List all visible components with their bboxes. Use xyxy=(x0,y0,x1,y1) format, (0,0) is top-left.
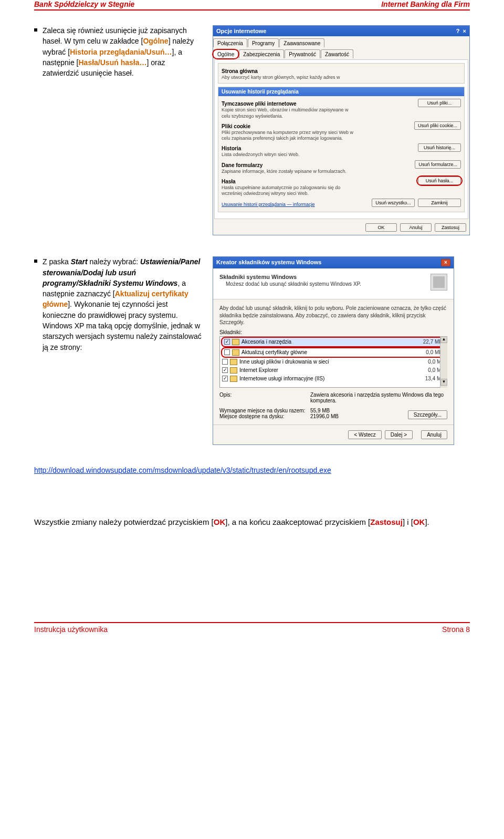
btn-zamknij[interactable]: Zamknij xyxy=(418,199,461,207)
bullet-marker-2 xyxy=(34,260,37,263)
btn-usun-pliki[interactable]: Usuń pliki... xyxy=(418,99,461,107)
btn-szczegoly[interactable]: Szczegóły... xyxy=(408,410,447,419)
bullet-1-text: Zaleca się również usunięcie już zapisan… xyxy=(43,25,202,78)
tab-programy[interactable]: Programy xyxy=(248,38,279,47)
home-label: Strona główna xyxy=(222,68,461,74)
ie-icon xyxy=(230,367,237,374)
list-item: ✓ Internetowe usługi informacyjne (IIS) … xyxy=(220,375,447,383)
btn-usun-historie[interactable]: Usuń historię... xyxy=(418,143,461,152)
hl-ok-2: OK xyxy=(413,517,425,526)
scrollbar[interactable]: ▲ ▼ xyxy=(440,336,447,388)
wizard-footer: < Wstecz Dalej > Anuluj xyxy=(213,425,454,444)
s3-d: Lista odwiedzonych witryn sieci Web. xyxy=(222,152,299,158)
s3-h: Historia xyxy=(222,146,299,151)
close-icon[interactable]: × xyxy=(463,28,466,34)
s5-h: Hasła xyxy=(222,179,358,184)
tab-zawartosc[interactable]: Zawartość xyxy=(321,49,353,58)
components-label: Składniki: xyxy=(219,329,447,335)
folder-icon xyxy=(232,339,239,345)
list-item: Aktualizuj certyfikaty główne 0,0 MB xyxy=(221,347,446,358)
hl-ogolne: Ogólne xyxy=(143,37,168,45)
s2-h: Pliki cookie xyxy=(222,123,358,129)
btn-anuluj[interactable]: Anuluj xyxy=(400,223,432,232)
list-item: ✓ Internet Explorer 0,0 MB xyxy=(220,366,447,375)
row-2: Z paska Start należy wybrać: Ustawienia/… xyxy=(34,256,470,445)
close-icon[interactable]: × xyxy=(441,259,450,266)
page-header: Bank Spółdzielczy w Stegnie Internet Ban… xyxy=(34,0,470,11)
btn-dalej[interactable]: Dalej > xyxy=(385,430,413,439)
dialog-titlebar: Opcje internetowe ? × xyxy=(213,26,469,36)
btn-usun-hasla[interactable]: Usuń hasła... xyxy=(418,177,461,185)
btn-usun-formularze[interactable]: Usuń formularze... xyxy=(415,160,461,169)
btn-ok[interactable]: OK xyxy=(365,223,397,232)
group-title: Usuwanie historii przeglądania xyxy=(218,87,464,96)
final-note: Wszystkie zmiany należy potwierdzać przy… xyxy=(34,516,470,527)
group-usuwanie-historii: Usuwanie historii przeglądania Tymczasow… xyxy=(218,87,465,212)
home-desc: Aby utworzyć karty stron głównych, wpisz… xyxy=(222,75,358,80)
link-informacje[interactable]: Usuwanie historii przeglądania — informa… xyxy=(222,202,315,207)
desc-key: Opis: xyxy=(219,392,306,403)
group-strona-glowna: Strona główna Aby utworzyć karty stron g… xyxy=(218,63,465,84)
bullet-1: Zaleca się również usunięcie już zapisan… xyxy=(34,25,202,78)
list-item: Inne usługi plików i drukowania w sieci … xyxy=(220,358,447,366)
s2-d: Pliki przechowywane na komputerze przez … xyxy=(222,130,358,142)
wizard-dialog: Kreator składników systemu Windows × Skł… xyxy=(213,256,454,445)
header-left: Bank Spółdzielczy w Stegnie xyxy=(34,0,134,8)
hl-zastosuj: Zastosuj xyxy=(370,517,403,526)
folder-icon xyxy=(230,359,237,365)
tab-zabezpieczenia[interactable]: Zabezpieczenia xyxy=(239,49,284,58)
btn-anuluj-2[interactable]: Anuluj xyxy=(421,430,447,439)
req-key: Wymagane miejsce na dysku razem: xyxy=(219,408,306,413)
row-1: Zaleca się również usunięcie już zapisan… xyxy=(34,25,470,235)
components-listbox[interactable]: ✓ Akcesoria i narzędzia 22,7 MB Aktualiz… xyxy=(219,336,447,388)
chevron-down-icon[interactable]: ▼ xyxy=(440,379,447,386)
desc-val: Zawiera akcesoria i narzędzia systemu Wi… xyxy=(310,392,447,403)
checkbox-icon[interactable]: ✓ xyxy=(224,339,230,345)
tabs-row2: Połączenia Programy Zaawansowane xyxy=(213,36,469,47)
checkbox-icon[interactable]: ✓ xyxy=(222,367,228,373)
tab-ogolne[interactable]: Ogólne xyxy=(213,49,238,58)
wizard-heading: Składniki systemu Windows xyxy=(219,274,425,280)
hl-ok-1: OK xyxy=(214,517,226,526)
setup-icon xyxy=(430,274,447,291)
req-val: 55,9 MB xyxy=(310,408,330,413)
s4-h: Dane formularzy xyxy=(222,162,346,168)
start-btn-ref: Start xyxy=(71,257,88,266)
btn-usun-wszystko[interactable]: Usuń wszystko... xyxy=(372,199,415,207)
help-icon[interactable]: ? xyxy=(456,28,460,34)
iis-icon xyxy=(230,376,237,382)
free-val: 21996,0 MB xyxy=(310,413,339,419)
btn-usun-cookie[interactable]: Usuń pliki cookie... xyxy=(414,121,461,130)
download-link[interactable]: http://download.windowsupdate.com/msdown… xyxy=(34,466,331,474)
footer-right: Strona 8 xyxy=(442,625,470,634)
wizard-title: Kreator składników systemu Windows xyxy=(216,259,321,266)
page-footer: Instrukcja użytkownika Strona 8 xyxy=(34,622,470,634)
ie-options-dialog: Opcje internetowe ? × Połączenia Program… xyxy=(213,25,470,235)
wizard-para: Aby dodać lub usunąć składnik, kliknij t… xyxy=(219,305,447,326)
list-item: ✓ Akcesoria i narzędzia 22,7 MB xyxy=(221,337,446,347)
checkbox-icon[interactable]: ✓ xyxy=(222,376,228,381)
cert-icon xyxy=(232,349,239,356)
wizard-sub: Możesz dodać lub usunąć składniki system… xyxy=(226,281,425,287)
tab-zaawansowane[interactable]: Zaawansowane xyxy=(279,38,324,47)
checkbox-icon[interactable] xyxy=(222,359,228,365)
wizard-titlebar: Kreator składników systemu Windows × xyxy=(213,257,454,268)
footer-left: Instrukcja użytkownika xyxy=(34,625,108,634)
hl-historia: Historia przeglądania/Usuń… xyxy=(70,48,172,56)
dialog-footer: OK Anuluj Zastosuj xyxy=(213,220,469,235)
btn-zastosuj[interactable]: Zastosuj xyxy=(435,223,466,232)
free-key: Miejsce dostępne na dysku: xyxy=(219,413,306,419)
chevron-up-icon[interactable]: ▲ xyxy=(440,336,447,343)
tabs-row1: Ogólne Zabezpieczenia Prywatność Zawarto… xyxy=(213,47,469,58)
dialog-title: Opcje internetowe xyxy=(216,28,266,34)
tab-polaczenia[interactable]: Połączenia xyxy=(213,38,247,47)
tab-prywatnosc[interactable]: Prywatność xyxy=(285,49,320,58)
btn-wstecz[interactable]: < Wstecz xyxy=(348,430,381,439)
bullet-marker xyxy=(34,28,37,32)
s1-d: Kopie stron sieci Web, obrazów i multime… xyxy=(222,107,358,119)
s5-d: Hasła uzupełniane automatycznie po zalog… xyxy=(222,185,358,197)
bullet-2-text: Z paska Start należy wybrać: Ustawienia/… xyxy=(43,256,202,353)
checkbox-icon[interactable] xyxy=(224,349,230,355)
s1-h: Tymczasowe pliki internetowe xyxy=(222,101,358,107)
header-right: Internet Banking dla Firm xyxy=(381,0,470,8)
